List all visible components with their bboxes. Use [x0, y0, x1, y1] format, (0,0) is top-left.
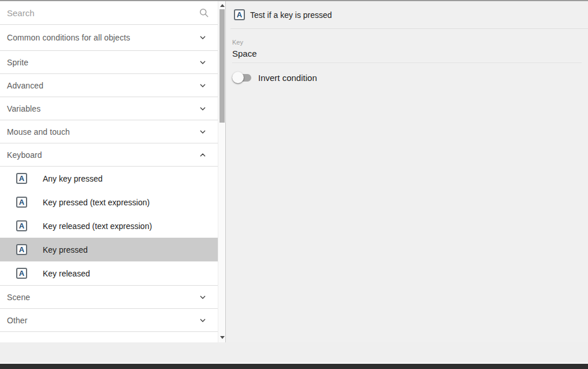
- key-field-label: Key: [232, 39, 582, 46]
- key-field: Key Space: [226, 29, 588, 63]
- category-label: Scene: [7, 293, 198, 302]
- condition-item-label: Key released: [43, 269, 90, 278]
- list-scrollbar[interactable]: [218, 1, 225, 342]
- category-label: Sprite: [7, 58, 198, 67]
- condition-item-label: Key released (text expression): [43, 222, 152, 231]
- chevron-down-icon: [198, 58, 207, 67]
- condition-item-any-key-pressed[interactable]: AAny key pressed: [0, 167, 218, 190]
- condition-item-label: Any key pressed: [43, 174, 103, 183]
- condition-item-label: Key pressed: [43, 245, 88, 254]
- key-field-underline: [232, 62, 582, 63]
- category-label: Advanced: [7, 81, 198, 90]
- chevron-down-icon: [198, 81, 207, 90]
- keyboard-key-icon: A: [16, 244, 27, 255]
- scrollbar-thumb[interactable]: [219, 9, 225, 123]
- sidebar-category-advanced[interactable]: Advanced: [0, 74, 218, 97]
- condition-item-key-pressed-text-expression-[interactable]: AKey pressed (text expression): [0, 190, 218, 214]
- scrollbar-down-button[interactable]: [218, 333, 226, 341]
- search-bar: [0, 1, 218, 25]
- condition-category-list: Common conditions for all objectsSpriteA…: [0, 25, 218, 332]
- sidebar-category-other[interactable]: Other: [0, 309, 218, 332]
- keyboard-key-icon: A: [16, 220, 27, 231]
- sidebar-category-mouse-and-touch[interactable]: Mouse and touch: [0, 120, 218, 143]
- detail-title: Test if a key is pressed: [250, 10, 332, 20]
- condition-item-key-pressed[interactable]: AKey pressed: [0, 238, 218, 261]
- condition-item-key-released-text-expression-[interactable]: AKey released (text expression): [0, 214, 218, 238]
- keyboard-key-icon: A: [234, 9, 245, 20]
- search-icon: [198, 7, 210, 19]
- category-label: Mouse and touch: [7, 127, 198, 136]
- detail-header: A Test if a key is pressed: [226, 1, 588, 28]
- condition-item-label: Key pressed (text expression): [43, 198, 150, 207]
- bottom-dark-bar: [0, 364, 588, 369]
- sidebar-category-sprite[interactable]: Sprite: [0, 51, 218, 74]
- scroll-down-icon: [220, 336, 225, 339]
- toggle-knob: [232, 72, 244, 83]
- sidebar-category-variables[interactable]: Variables: [0, 97, 218, 120]
- invert-condition-label: Invert condition: [258, 73, 317, 83]
- keyboard-items-group: AAny key pressedAKey pressed (text expre…: [0, 167, 218, 286]
- chevron-down-icon: [198, 33, 207, 42]
- dialog-footer: [0, 342, 588, 363]
- keyboard-key-icon: A: [16, 268, 27, 279]
- chevron-down-icon: [198, 316, 207, 325]
- search-input[interactable]: [7, 8, 198, 18]
- main-area: Common conditions for all objectsSpriteA…: [0, 1, 588, 342]
- sidebar-category-scene[interactable]: Scene: [0, 286, 218, 309]
- key-field-value[interactable]: Space: [232, 49, 582, 62]
- category-label: Variables: [7, 104, 198, 113]
- sidebar-category-common-conditions-for-all-objects[interactable]: Common conditions for all objects: [0, 25, 218, 51]
- condition-list-panel: Common conditions for all objectsSpriteA…: [0, 1, 218, 342]
- condition-item-key-released[interactable]: AKey released: [0, 261, 218, 285]
- chevron-down-icon: [198, 127, 207, 136]
- scroll-up-icon: [220, 4, 225, 7]
- chevron-up-icon: [198, 150, 207, 160]
- scrollbar-up-button[interactable]: [218, 1, 226, 9]
- category-label: Common conditions for all objects: [7, 33, 198, 42]
- category-label: Other: [7, 316, 198, 325]
- invert-condition-row: Invert condition: [232, 71, 588, 84]
- chevron-down-icon: [198, 293, 207, 302]
- condition-detail-panel: A Test if a key is pressed Key Space Inv…: [226, 1, 588, 342]
- condition-editor-window: Common conditions for all objectsSpriteA…: [0, 0, 588, 369]
- category-label: Keyboard: [7, 150, 198, 160]
- chevron-down-icon: [198, 104, 207, 113]
- keyboard-key-icon: A: [16, 197, 27, 208]
- keyboard-key-icon: A: [16, 173, 27, 184]
- sidebar-category-keyboard[interactable]: Keyboard: [0, 143, 218, 167]
- invert-condition-toggle[interactable]: [232, 72, 252, 83]
